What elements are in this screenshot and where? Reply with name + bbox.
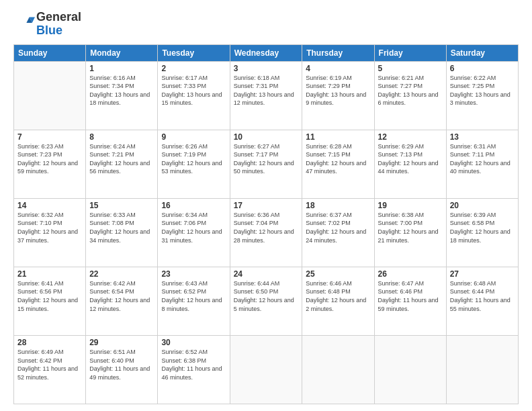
day-detail: Sunrise: 6:32 AMSunset: 7:10 PMDaylight:… bbox=[17, 211, 82, 244]
calendar-cell: 1Sunrise: 6:16 AMSunset: 7:34 PMDaylight… bbox=[86, 61, 158, 130]
calendar-cell: 27Sunrise: 6:48 AMSunset: 6:44 PMDayligh… bbox=[446, 267, 518, 335]
day-number: 22 bbox=[89, 269, 154, 279]
day-header-sunday: Sunday bbox=[14, 44, 86, 61]
day-detail: Sunrise: 6:23 AMSunset: 7:23 PMDaylight:… bbox=[17, 142, 82, 176]
day-detail: Sunrise: 6:39 AMSunset: 6:58 PMDaylight:… bbox=[450, 211, 515, 244]
day-number: 24 bbox=[234, 269, 299, 279]
day-number: 8 bbox=[89, 132, 154, 142]
day-detail: Sunrise: 6:46 AMSunset: 6:48 PMDaylight:… bbox=[306, 279, 370, 313]
calendar-cell: 21Sunrise: 6:41 AMSunset: 6:56 PMDayligh… bbox=[14, 267, 86, 335]
day-detail: Sunrise: 6:44 AMSunset: 6:50 PMDaylight:… bbox=[234, 279, 299, 313]
calendar-cell: 7Sunrise: 6:23 AMSunset: 7:23 PMDaylight… bbox=[14, 130, 86, 198]
calendar-cell: 6Sunrise: 6:22 AMSunset: 7:25 PMDaylight… bbox=[446, 61, 518, 130]
calendar-table: SundayMondayTuesdayWednesdayThursdayFrid… bbox=[13, 44, 519, 404]
logo: General Blue bbox=[13, 11, 81, 38]
day-detail: Sunrise: 6:33 AMSunset: 7:08 PMDaylight:… bbox=[89, 211, 154, 244]
calendar-cell: 29Sunrise: 6:51 AMSunset: 6:40 PMDayligh… bbox=[86, 335, 158, 404]
day-header-friday: Friday bbox=[374, 44, 446, 61]
day-number: 23 bbox=[161, 269, 226, 279]
calendar-week-4: 21Sunrise: 6:41 AMSunset: 6:56 PMDayligh… bbox=[14, 267, 519, 335]
calendar-week-5: 28Sunrise: 6:49 AMSunset: 6:42 PMDayligh… bbox=[14, 335, 519, 404]
day-detail: Sunrise: 6:52 AMSunset: 6:38 PMDaylight:… bbox=[161, 348, 226, 381]
day-number: 14 bbox=[17, 201, 82, 210]
day-number: 27 bbox=[450, 269, 515, 279]
logo-blue: Blue bbox=[36, 24, 62, 37]
day-number: 7 bbox=[17, 132, 82, 142]
calendar-cell: 22Sunrise: 6:42 AMSunset: 6:54 PMDayligh… bbox=[86, 267, 158, 335]
calendar-cell: 25Sunrise: 6:46 AMSunset: 6:48 PMDayligh… bbox=[302, 267, 374, 335]
calendar-cell: 26Sunrise: 6:47 AMSunset: 6:46 PMDayligh… bbox=[374, 267, 446, 335]
day-header-monday: Monday bbox=[86, 44, 158, 61]
day-detail: Sunrise: 6:16 AMSunset: 7:34 PMDaylight:… bbox=[89, 74, 154, 107]
day-detail: Sunrise: 6:38 AMSunset: 7:00 PMDaylight:… bbox=[378, 211, 443, 244]
calendar-cell: 11Sunrise: 6:28 AMSunset: 7:15 PMDayligh… bbox=[302, 130, 374, 198]
page: General Blue SundayMondayTuesdayWednesda… bbox=[0, 0, 532, 411]
day-header-thursday: Thursday bbox=[302, 44, 374, 61]
day-number: 30 bbox=[161, 338, 226, 347]
day-detail: Sunrise: 6:27 AMSunset: 7:17 PMDaylight:… bbox=[234, 142, 299, 176]
calendar-cell: 20Sunrise: 6:39 AMSunset: 6:58 PMDayligh… bbox=[446, 198, 518, 267]
day-detail: Sunrise: 6:49 AMSunset: 6:42 PMDaylight:… bbox=[17, 348, 82, 381]
day-number: 25 bbox=[306, 269, 370, 279]
day-number: 6 bbox=[450, 64, 515, 73]
day-detail: Sunrise: 6:37 AMSunset: 7:02 PMDaylight:… bbox=[306, 211, 370, 244]
calendar-cell: 10Sunrise: 6:27 AMSunset: 7:17 PMDayligh… bbox=[230, 130, 302, 198]
day-detail: Sunrise: 6:31 AMSunset: 7:11 PMDaylight:… bbox=[450, 142, 515, 176]
calendar-week-3: 14Sunrise: 6:32 AMSunset: 7:10 PMDayligh… bbox=[14, 198, 519, 267]
calendar-cell: 24Sunrise: 6:44 AMSunset: 6:50 PMDayligh… bbox=[230, 267, 302, 335]
day-detail: Sunrise: 6:19 AMSunset: 7:29 PMDaylight:… bbox=[306, 74, 370, 107]
day-number: 17 bbox=[234, 201, 299, 210]
calendar-cell bbox=[14, 61, 86, 130]
calendar-header-row: SundayMondayTuesdayWednesdayThursdayFrid… bbox=[14, 44, 519, 61]
day-header-tuesday: Tuesday bbox=[158, 44, 230, 61]
calendar-cell bbox=[374, 335, 446, 404]
calendar-cell: 19Sunrise: 6:38 AMSunset: 7:00 PMDayligh… bbox=[374, 198, 446, 267]
calendar-cell: 2Sunrise: 6:17 AMSunset: 7:33 PMDaylight… bbox=[158, 61, 230, 130]
calendar-cell: 9Sunrise: 6:26 AMSunset: 7:19 PMDaylight… bbox=[158, 130, 230, 198]
day-number: 2 bbox=[161, 64, 226, 73]
day-detail: Sunrise: 6:51 AMSunset: 6:40 PMDaylight:… bbox=[89, 348, 154, 381]
calendar-week-1: 1Sunrise: 6:16 AMSunset: 7:34 PMDaylight… bbox=[14, 61, 519, 130]
day-number: 12 bbox=[378, 132, 443, 142]
logo-icon bbox=[16, 13, 35, 32]
day-detail: Sunrise: 6:29 AMSunset: 7:13 PMDaylight:… bbox=[378, 142, 443, 176]
day-detail: Sunrise: 6:22 AMSunset: 7:25 PMDaylight:… bbox=[450, 74, 515, 107]
calendar-cell: 13Sunrise: 6:31 AMSunset: 7:11 PMDayligh… bbox=[446, 130, 518, 198]
day-detail: Sunrise: 6:21 AMSunset: 7:27 PMDaylight:… bbox=[378, 74, 443, 107]
day-header-wednesday: Wednesday bbox=[230, 44, 302, 61]
day-number: 16 bbox=[161, 201, 226, 210]
day-detail: Sunrise: 6:17 AMSunset: 7:33 PMDaylight:… bbox=[161, 74, 226, 107]
calendar-cell: 18Sunrise: 6:37 AMSunset: 7:02 PMDayligh… bbox=[302, 198, 374, 267]
calendar-cell: 28Sunrise: 6:49 AMSunset: 6:42 PMDayligh… bbox=[14, 335, 86, 404]
day-number: 20 bbox=[450, 201, 515, 210]
calendar-cell: 3Sunrise: 6:18 AMSunset: 7:31 PMDaylight… bbox=[230, 61, 302, 130]
day-number: 21 bbox=[17, 269, 82, 279]
calendar-cell: 16Sunrise: 6:34 AMSunset: 7:06 PMDayligh… bbox=[158, 198, 230, 267]
day-number: 19 bbox=[378, 201, 443, 210]
day-detail: Sunrise: 6:34 AMSunset: 7:06 PMDaylight:… bbox=[161, 211, 226, 244]
calendar-cell: 17Sunrise: 6:36 AMSunset: 7:04 PMDayligh… bbox=[230, 198, 302, 267]
calendar-week-2: 7Sunrise: 6:23 AMSunset: 7:23 PMDaylight… bbox=[14, 130, 519, 198]
day-number: 10 bbox=[234, 132, 299, 142]
logo-text: General Blue bbox=[36, 11, 81, 38]
day-number: 3 bbox=[234, 64, 299, 73]
calendar-cell: 8Sunrise: 6:24 AMSunset: 7:21 PMDaylight… bbox=[86, 130, 158, 198]
day-detail: Sunrise: 6:26 AMSunset: 7:19 PMDaylight:… bbox=[161, 142, 226, 176]
calendar-cell bbox=[302, 335, 374, 404]
day-detail: Sunrise: 6:48 AMSunset: 6:44 PMDaylight:… bbox=[450, 279, 515, 313]
calendar-cell: 14Sunrise: 6:32 AMSunset: 7:10 PMDayligh… bbox=[14, 198, 86, 267]
calendar-cell: 23Sunrise: 6:43 AMSunset: 6:52 PMDayligh… bbox=[158, 267, 230, 335]
day-number: 1 bbox=[89, 64, 154, 73]
day-detail: Sunrise: 6:24 AMSunset: 7:21 PMDaylight:… bbox=[89, 142, 154, 176]
calendar-cell: 5Sunrise: 6:21 AMSunset: 7:27 PMDaylight… bbox=[374, 61, 446, 130]
day-detail: Sunrise: 6:41 AMSunset: 6:56 PMDaylight:… bbox=[17, 279, 82, 313]
logo-general: General bbox=[36, 10, 81, 24]
day-number: 18 bbox=[306, 201, 370, 210]
day-number: 9 bbox=[161, 132, 226, 142]
day-number: 5 bbox=[378, 64, 443, 73]
header: General Blue bbox=[13, 11, 519, 38]
day-number: 15 bbox=[89, 201, 154, 210]
day-detail: Sunrise: 6:42 AMSunset: 6:54 PMDaylight:… bbox=[89, 279, 154, 313]
day-detail: Sunrise: 6:28 AMSunset: 7:15 PMDaylight:… bbox=[306, 142, 370, 176]
day-number: 26 bbox=[378, 269, 443, 279]
